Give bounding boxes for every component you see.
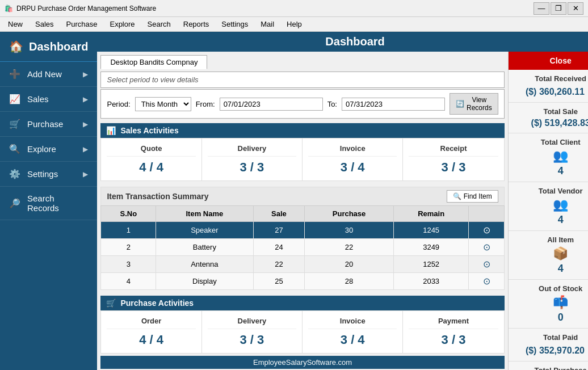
sidebar: 🏠 Dashboard ➕ Add New ▶ 📈 Sales ▶ 🛒 Purc… [0, 32, 97, 370]
menu-item-mail[interactable]: Mail [255, 19, 280, 30]
transaction-section: Item Transaction Summary 🔍 Find Item S.N… [100, 187, 504, 290]
to-date-input[interactable] [342, 98, 445, 111]
purchase-arrow-icon: ▶ [83, 120, 88, 128]
company-tabs: Desktop Bandits Compnay [100, 55, 504, 69]
table-row[interactable]: 1 Speaker 27 30 1245 ⊙ [101, 222, 504, 239]
cell-purchase: 20 [305, 256, 394, 273]
stat-value: ($) 519,428.83 [514, 118, 588, 128]
cell-remain: 1252 [393, 256, 469, 273]
refresh-icon: 🔄 [456, 100, 464, 108]
col-action [469, 206, 504, 222]
stat-icon: 👥 [514, 149, 588, 163]
sidebar-dashboard-label: Dashboard [29, 40, 88, 53]
content-wrapper: Dashboard Desktop Bandits Compnay Select… [97, 32, 588, 370]
stat-value: ($) 360,260.11 ⬇ [514, 85, 588, 98]
footer-text: EmployeeSalarySoftware.com [253, 358, 352, 367]
sidebar-item-sales[interactable]: 📈 Sales ▶ [0, 87, 97, 112]
cell-nav[interactable]: ⊙ [469, 256, 504, 273]
purchase-invoice-card: Invoice 3 / 4 [303, 311, 403, 353]
find-item-button[interactable]: 🔍 Find Item [447, 190, 498, 203]
sidebar-item-settings[interactable]: ⚙️ Settings ▶ [0, 162, 97, 187]
cell-sno: 3 [101, 256, 156, 273]
sales-activities-section: 📊 Sales Activities Quote 4 / 4 Delivery … [100, 123, 504, 181]
nav-arrow-icon[interactable]: ⊙ [483, 225, 490, 235]
cell-nav[interactable]: ⊙ [469, 239, 504, 256]
cell-nav[interactable]: ⊙ [469, 222, 504, 239]
sales-receipt-title: Receipt [409, 144, 498, 157]
content-header: Dashboard [97, 32, 588, 52]
col-itemname: Item Name [156, 206, 254, 222]
find-icon: 🔍 [453, 192, 461, 200]
right-panel: Close Total Received($) 360,260.11 ⬇Tota… [508, 52, 588, 370]
company-tab[interactable]: Desktop Bandits Compnay [100, 55, 207, 69]
nav-arrow-icon[interactable]: ⊙ [483, 242, 490, 252]
cell-remain: 3249 [393, 239, 469, 256]
cell-itemname: Battery [156, 239, 254, 256]
app-title: DRPU Purchase Order Management Software [16, 5, 156, 12]
to-label: To: [327, 100, 337, 108]
cell-sno: 2 [101, 239, 156, 256]
menu-item-explore[interactable]: Explore [104, 19, 140, 30]
sales-icon: 📈 [9, 94, 20, 104]
purchase-activities-section: 🛒 Purchase Activities Order 4 / 4 Delive… [100, 296, 504, 354]
stat-title: Total Paid [514, 333, 588, 342]
table-row[interactable]: 3 Antenna 22 20 1252 ⊙ [101, 256, 504, 273]
col-sale: Sale [253, 206, 305, 222]
stat-card-total-purchase: Total Purchase($) 509,323.60 [509, 361, 588, 370]
stat-card-total-vendor: Total Vendor👥4 [509, 182, 588, 231]
menu-item-sales[interactable]: Sales [30, 19, 60, 30]
table-row[interactable]: 4 Display 25 28 2033 ⊙ [101, 273, 504, 290]
footer-banner: EmployeeSalarySoftware.com [100, 356, 504, 369]
cell-nav[interactable]: ⊙ [469, 273, 504, 290]
view-records-button[interactable]: 🔄 View Records [450, 93, 498, 115]
stat-title: Total Client [514, 138, 588, 146]
sidebar-item-explore[interactable]: 🔍 Explore ▶ [0, 137, 97, 162]
purchase-invoice-value: 3 / 4 [308, 333, 397, 347]
sales-activity-grid: Quote 4 / 4 Delivery 3 / 3 Invoice 3 / 4 [100, 138, 504, 181]
sales-invoice-card: Invoice 3 / 4 [303, 138, 403, 180]
period-dropdown[interactable]: This Month [135, 97, 191, 111]
close-button[interactable]: Close [509, 52, 588, 70]
nav-arrow-icon[interactable]: ⊙ [483, 259, 490, 269]
menu-item-reports[interactable]: Reports [178, 19, 215, 30]
transaction-table: S.No Item Name Sale Purchase Remain 1 Sp… [100, 205, 504, 290]
nav-arrow-icon[interactable]: ⊙ [483, 276, 490, 286]
purchase-order-card: Order 4 / 4 [101, 311, 201, 353]
purchase-order-value: 4 / 4 [107, 333, 195, 347]
cell-itemname: Antenna [156, 256, 254, 273]
stat-value: 4 [514, 214, 588, 226]
purchase-icon: 🛒 [9, 119, 20, 129]
col-remain: Remain [393, 206, 469, 222]
cell-sale: 24 [253, 239, 305, 256]
purchase-activity-grid: Order 4 / 4 Delivery 3 / 3 Invoice 3 / 4 [100, 310, 504, 354]
stat-card-total-received: Total Received($) 360,260.11 ⬇ [509, 70, 588, 103]
sidebar-item-purchase[interactable]: 🛒 Purchase ▶ [0, 112, 97, 137]
sidebar-item-searchrecords[interactable]: 🔎 Search Records [0, 187, 97, 220]
table-row[interactable]: 2 Battery 24 22 3249 ⊙ [101, 239, 504, 256]
menu-item-new[interactable]: New [2, 19, 28, 30]
restore-button[interactable]: ❐ [551, 2, 566, 15]
sales-arrow-icon: ▶ [83, 95, 88, 103]
window-close-button[interactable]: ✕ [568, 2, 583, 15]
main-layout: 🏠 Dashboard ➕ Add New ▶ 📈 Sales ▶ 🛒 Purc… [0, 32, 588, 370]
cell-remain: 2033 [393, 273, 469, 290]
menu-item-purchase[interactable]: Purchase [61, 19, 103, 30]
cell-sno: 4 [101, 273, 156, 290]
col-purchase: Purchase [305, 206, 394, 222]
minimize-button[interactable]: — [534, 2, 549, 15]
cell-purchase: 30 [305, 222, 394, 239]
menu-item-help[interactable]: Help [281, 19, 308, 30]
stat-icon: 👥 [514, 197, 588, 212]
stat-title: Total Sale [514, 107, 588, 116]
purchase-order-title: Order [107, 317, 195, 329]
dashboard-icon: 🏠 [9, 40, 23, 53]
menu-item-settings[interactable]: Settings [216, 19, 254, 30]
stat-title: Total Purchase [514, 366, 588, 370]
sidebar-item-addnew[interactable]: ➕ Add New ▶ [0, 62, 97, 87]
sales-delivery-title: Delivery [208, 144, 296, 157]
quote-value: 4 / 4 [107, 160, 195, 175]
stat-value: 4 [514, 165, 588, 177]
purchase-delivery-value: 3 / 3 [208, 333, 296, 347]
menu-item-search[interactable]: Search [142, 19, 177, 30]
from-date-input[interactable] [220, 98, 323, 111]
